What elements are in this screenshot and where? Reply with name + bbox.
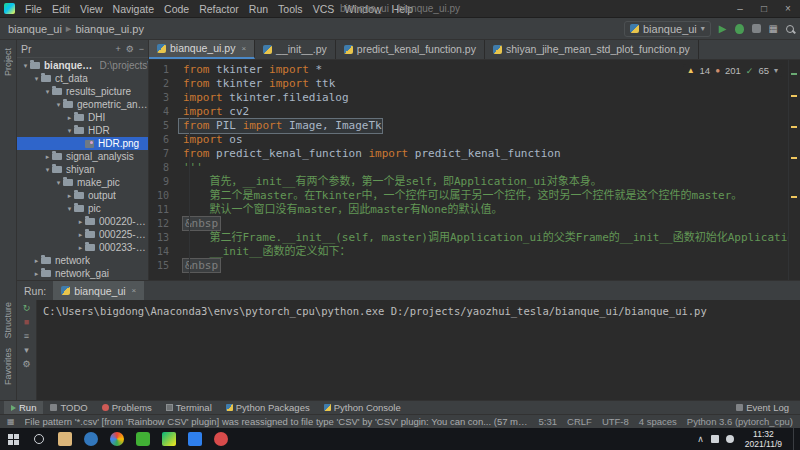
rerun-button[interactable]: ↻ [23, 303, 31, 313]
tree-item-000233-23[interactable]: ▸000233-23... [17, 241, 148, 254]
chevron-down-icon[interactable]: ▾ [43, 88, 52, 96]
menu-run[interactable]: Run [244, 3, 273, 15]
close-icon[interactable]: × [241, 44, 246, 53]
menu-tools[interactable]: Tools [273, 3, 308, 15]
tab-shiyan-jihe-mean-std-plot-function-py[interactable]: shiyan_jihe_mean_std_plot_function.py [485, 40, 699, 59]
chevron-right-icon[interactable]: ▸ [32, 270, 41, 278]
tree-item-ct-data[interactable]: ▾ct_data [17, 72, 148, 85]
volume-icon[interactable] [726, 435, 734, 443]
chevron-down-icon[interactable]: ▾ [32, 75, 41, 83]
tree-item-000220-38[interactable]: ▸000220-38... [17, 215, 148, 228]
chevron-right-icon[interactable]: ▸ [76, 231, 85, 239]
toolwindow-terminal-button[interactable]: Terminal [159, 401, 219, 414]
toolwindow-toggle-icon[interactable]: ▦ [7, 417, 15, 426]
more-tools-icon[interactable]: ▦ [769, 23, 778, 34]
tab-predict-kenal-function-py[interactable]: predict_kenal_function.py [336, 40, 485, 59]
search-everywhere-icon[interactable] [786, 25, 794, 33]
coverage-button[interactable] [752, 24, 761, 33]
stop-button[interactable]: ■ [24, 317, 29, 327]
close-icon[interactable]: × [132, 286, 137, 295]
menu-file[interactable]: File [20, 3, 47, 15]
interpreter-indicator[interactable]: Python 3.6 (pytorch_cpu) [687, 416, 793, 427]
chevron-right-icon[interactable]: ▸ [32, 257, 41, 265]
tree-item-bianque-ui[interactable]: ▾bianque_uiD:\projects\ [17, 59, 148, 72]
taskbar-app-music[interactable] [208, 428, 234, 450]
chevron-down-icon[interactable]: ▾ [54, 179, 63, 187]
menu-view[interactable]: View [75, 3, 108, 15]
breadcrumb-file[interactable]: bianque_ui.py [73, 23, 146, 35]
tree-item-hdr[interactable]: ▾HDR [17, 124, 148, 137]
chevron-right-icon[interactable]: ▸ [43, 153, 52, 161]
toolwindow-problems-button[interactable]: Problems [95, 401, 159, 414]
show-desktop-button[interactable] [793, 428, 797, 450]
menu-edit[interactable]: Edit [47, 3, 75, 15]
taskbar-app-pycharm[interactable] [156, 428, 182, 450]
taskbar-app-vscode[interactable] [182, 428, 208, 450]
taskbar-app-wechat[interactable] [130, 428, 156, 450]
taskbar-clock[interactable]: 11:32 2021/11/9 [741, 429, 786, 449]
line-ending-indicator[interactable]: CRLF [567, 416, 592, 427]
taskbar-app-chrome[interactable] [104, 428, 130, 450]
caret-position[interactable]: 5:31 [539, 416, 558, 427]
chevron-down-icon[interactable]: ▾ [65, 205, 74, 213]
chevron-down-icon[interactable]: ▾ [54, 101, 63, 109]
taskbar-app-file-explorer[interactable] [52, 428, 78, 450]
indent-indicator[interactable]: 4 spaces [639, 416, 677, 427]
run-button[interactable]: ▶ [719, 23, 727, 34]
run-config-selector[interactable]: bianque_ui ▾ [624, 21, 711, 37]
encoding-indicator[interactable]: UTF-8 [602, 416, 629, 427]
toolwindow-python-packages-button[interactable]: Python Packages [219, 401, 317, 414]
chevron-right-icon[interactable]: ▸ [65, 114, 74, 122]
tree-item-network-gai[interactable]: ▸network_gai [17, 267, 148, 280]
status-message[interactable]: File pattern '*.csv' [from 'Rainbow CSV'… [25, 416, 529, 427]
chevron-down-icon[interactable]: ▾ [21, 62, 30, 70]
toolwindow-project-button[interactable]: Project [3, 48, 13, 76]
chevron-down-icon[interactable]: ▾ [43, 166, 52, 174]
tree-item-000225-47[interactable]: ▸000225-47... [17, 228, 148, 241]
inspections-widget[interactable]: ▲ 14 ● 201 ✓ 65 ▾ [683, 64, 782, 77]
tree-item-results-picture[interactable]: ▾results_picture [17, 85, 148, 98]
chevron-right-icon[interactable]: ▸ [65, 192, 74, 200]
chevron-right-icon[interactable]: ▸ [76, 244, 85, 252]
tree-item-make-pic[interactable]: ▾make_pic [17, 176, 148, 189]
tree-item-signal-analysis[interactable]: ▸signal_analysis [17, 150, 148, 163]
tree-item-dhi[interactable]: ▸DHI [17, 111, 148, 124]
close-button[interactable]: × [776, 0, 800, 17]
debug-button[interactable] [735, 24, 744, 34]
tree-item-network[interactable]: ▸network [17, 254, 148, 267]
tab-init-py[interactable]: __init__.py [255, 40, 336, 59]
maximize-button[interactable]: □ [752, 0, 776, 17]
toolwindow-event-log-button[interactable]: Event Log [729, 402, 796, 413]
menu-code[interactable]: Code [159, 3, 194, 15]
tree-item-pic[interactable]: ▾pic [17, 202, 148, 215]
tree-item-hdr-png[interactable]: HDR.png [17, 137, 148, 150]
toolwindow-todo-button[interactable]: TODO [43, 401, 94, 414]
toolwindow-favorites-button[interactable]: Favorites [3, 348, 13, 385]
settings-gear-icon[interactable]: ⚙ [126, 44, 134, 54]
taskbar-search-button[interactable] [26, 428, 52, 450]
tray-expand-icon[interactable]: ∧ [697, 434, 704, 444]
start-button[interactable] [0, 428, 26, 450]
run-settings-icon[interactable]: ⚙ [22, 359, 30, 369]
tree-item-shiyan[interactable]: ▾shiyan [17, 163, 148, 176]
error-stripe-scrollbar[interactable] [788, 60, 800, 280]
select-opened-file-icon[interactable]: + [115, 44, 120, 54]
hide-panel-icon[interactable]: − [139, 44, 144, 54]
minimize-button[interactable]: – [728, 0, 752, 17]
collapse-output-icon[interactable]: ▾ [24, 345, 29, 355]
run-options-icon[interactable]: ≡ [24, 331, 29, 341]
run-console[interactable]: C:\Users\bigdong\Anaconda3\envs\pytorch_… [37, 300, 800, 400]
menu-navigate[interactable]: Navigate [108, 3, 159, 15]
menu-vcs[interactable]: VCS [308, 3, 340, 15]
chevron-right-icon[interactable]: ▸ [76, 218, 85, 226]
menu-refactor[interactable]: Refactor [194, 3, 244, 15]
breadcrumb-project[interactable]: bianque_ui [6, 23, 64, 35]
chevron-down-icon[interactable]: ▾ [65, 127, 74, 135]
toolwindow-run-button[interactable]: Run [4, 401, 43, 414]
tree-item-geometric-analy[interactable]: ▾geometric_analy... [17, 98, 148, 111]
tab-bianque-ui-py[interactable]: bianque_ui.py× [149, 40, 255, 59]
toolwindow-structure-button[interactable]: Structure [3, 302, 13, 339]
toolwindow-python-console-button[interactable]: Python Console [317, 401, 408, 414]
run-tab[interactable]: bianque_ui × [53, 281, 144, 300]
network-icon[interactable] [711, 435, 719, 443]
